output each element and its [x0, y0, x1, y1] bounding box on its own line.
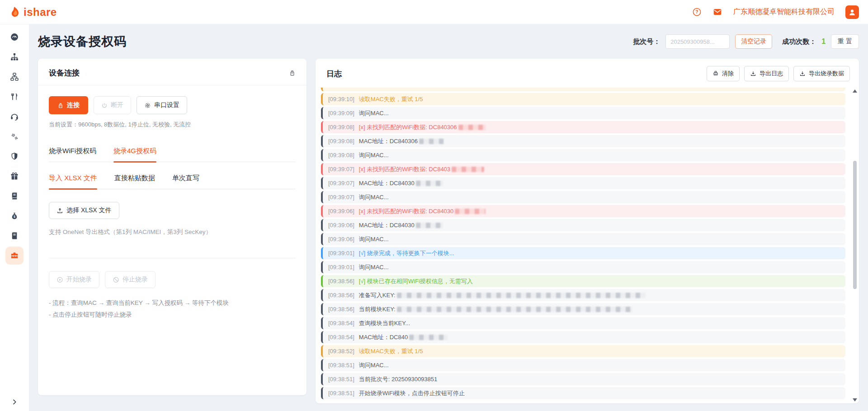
sidebar-item-network[interactable] — [5, 68, 24, 86]
sidebar-item-dashboard[interactable] — [5, 28, 24, 46]
log-entry: [09:38:56][√] 模块已存在相同WiFi授权信息，无需写入 — [321, 275, 845, 287]
device-connection-panel: 设备连接 连接 断开 串口设置 — [38, 59, 307, 395]
log-entry: [09:39:01]询问MAC... — [321, 261, 845, 273]
svg-text:?: ? — [695, 9, 698, 14]
sidebar-item-gifts[interactable] — [5, 167, 24, 185]
app-header: ishare ? 广东顺德凝卓智能科技有限公司 — [0, 0, 868, 24]
sidebar-item-support[interactable] — [5, 107, 24, 126]
flow-note: - 流程：查询MAC → 查询当前KEY → 写入授权码 → 等待下个模块 — [49, 297, 296, 309]
fork-knife-icon — [10, 92, 19, 101]
redacted-blur — [455, 209, 486, 214]
sidebar-item-toolbox[interactable] — [5, 247, 24, 265]
shield-icon — [10, 152, 19, 161]
log-entry: [09:39:07]询问MAC... — [321, 191, 845, 203]
gears-icon — [10, 132, 19, 141]
current-serial-settings: 当前设置：9600bps, 8数据位, 1停止位, 无校验, 无流控 — [49, 121, 296, 129]
serial-settings-button[interactable]: 串口设置 — [137, 96, 187, 114]
burn-mode-tabs: 烧录WiFi授权码 烧录4G授权码 — [49, 147, 296, 162]
redacted-blur — [397, 307, 632, 312]
log-entry: [09:39:10]读取MAC失败，重试 1/5 — [321, 93, 845, 105]
usb-status-icon — [289, 69, 296, 77]
log-entry: [09:39:01][√] 烧录完成，等待更换下一个模块... — [321, 247, 845, 259]
toolbox-icon — [10, 251, 19, 260]
log-entry: [09:38:51]开始烧录WiFi模块，点击停止按钮可停止 — [321, 387, 845, 399]
redacted-blur — [419, 139, 444, 144]
mail-icon[interactable] — [712, 7, 722, 17]
subtab-paste-data[interactable]: 直接粘贴数据 — [114, 174, 155, 189]
connect-button[interactable]: 连接 — [49, 96, 88, 114]
download-icon — [799, 70, 806, 77]
batch-input[interactable] — [665, 34, 730, 49]
sidebar-item-restaurant[interactable] — [5, 88, 24, 106]
disconnect-button[interactable]: 断开 — [94, 96, 131, 114]
sidebar-item-settings[interactable] — [5, 127, 24, 145]
data-source-tabs: 导入 XLSX 文件 直接粘贴数据 单次直写 — [49, 174, 296, 189]
user-avatar[interactable] — [845, 5, 859, 19]
sidebar-item-org[interactable] — [5, 48, 24, 66]
redacted-blur — [409, 335, 448, 340]
log-panel-title: 日志 — [326, 69, 342, 79]
sidebar-item-manual[interactable] — [5, 187, 24, 205]
log-scroll-area[interactable]: [09:39:10]读取MAC失败，重试 1/5[09:39:09]询问MAC.… — [316, 88, 859, 403]
log-entry: [09:39:08]MAC地址：DC840306 — [321, 135, 845, 147]
scroll-down-arrow[interactable] — [853, 398, 857, 402]
file-format-hint: 支持 OneNet 导出格式（第1列 MAC/IMEI，第3列 SecKey） — [49, 228, 296, 236]
log-entry: [09:39:07][x] 未找到匹配的WiFi数据: DC8403 — [321, 163, 845, 175]
usb-plug-icon — [57, 102, 64, 109]
log-entry: [09:38:56]当前模块KEY: — [321, 303, 845, 315]
log-entry: [09:38:52]读取MAC失败，重试 1/5 — [321, 345, 845, 357]
log-entry: [09:38:54]查询模块当前KEY... — [321, 317, 845, 329]
log-scrollbar — [852, 89, 858, 402]
log-entry: [09:39:09]询问MAC... — [321, 107, 845, 119]
chevron-right-icon — [11, 398, 18, 406]
sidebar-item-finance[interactable]: $ — [5, 207, 24, 225]
gift-icon — [10, 172, 19, 181]
scrollbar-thumb[interactable] — [853, 161, 857, 289]
clear-log-button[interactable]: 清除 — [707, 66, 740, 81]
stop-note: - 点击停止按钮可随时停止烧录 — [49, 309, 296, 321]
log-list: [09:39:10]读取MAC失败，重试 1/5[09:39:09]询问MAC.… — [321, 88, 845, 399]
export-burn-data-button[interactable]: 导出烧录数据 — [793, 66, 850, 81]
ban-icon — [113, 276, 119, 283]
svg-text:$: $ — [14, 215, 15, 219]
power-icon — [101, 102, 108, 109]
batch-label: 批次号： — [633, 37, 660, 46]
start-burn-button[interactable]: 开始烧录 — [49, 271, 99, 288]
choose-xlsx-button[interactable]: 选择 XLSX 文件 — [49, 202, 119, 219]
tab-burn-4g[interactable]: 烧录4G授权码 — [113, 147, 156, 162]
headset-icon — [10, 112, 19, 121]
subtab-import-xlsx[interactable]: 导入 XLSX 文件 — [49, 174, 97, 189]
device-panel-title: 设备连接 — [49, 68, 80, 78]
gear-icon — [144, 102, 151, 109]
upload-icon — [57, 207, 63, 214]
company-name[interactable]: 广东顺德凝卓智能科技有限公司 — [733, 7, 835, 17]
log-entry: [09:39:06][x] 未找到匹配的WiFi数据: DC84030 — [321, 205, 845, 217]
export-log-button[interactable]: 导出日志 — [744, 66, 789, 81]
log-panel: 日志 清除 导出日志 导出烧录数据 [ — [316, 59, 859, 403]
log-entry: [09:39:07]MAC地址：DC84030 — [321, 177, 845, 189]
sidebar-item-security[interactable] — [5, 147, 24, 165]
sidebar-expand-button[interactable] — [0, 398, 29, 406]
log-entry-partial — [321, 88, 845, 91]
redacted-blur — [458, 125, 486, 130]
log-entry: [09:38:56]准备写入KEY: — [321, 289, 845, 301]
tab-burn-wifi[interactable]: 烧录WiFi授权码 — [49, 147, 96, 162]
org-chart-icon — [10, 52, 19, 61]
log-entry: [09:38:51]询问MAC... — [321, 359, 845, 371]
help-icon[interactable]: ? — [692, 7, 702, 17]
reset-button[interactable]: 重 置 — [831, 34, 859, 49]
logo[interactable]: ishare — [10, 6, 57, 19]
stop-burn-button[interactable]: 停止烧录 — [105, 271, 156, 288]
redacted-blur — [416, 181, 443, 186]
dashboard-icon — [10, 33, 19, 42]
scroll-up-arrow[interactable] — [853, 89, 857, 93]
sidebar-item-ledger[interactable] — [5, 227, 24, 245]
log-entry: [09:38:51]当前批次号: 20250930093851 — [321, 373, 845, 385]
log-entry: [09:39:06]MAC地址：DC84030 — [321, 219, 845, 231]
subtab-single-write[interactable]: 单次直写 — [172, 174, 199, 189]
clear-records-button[interactable]: 清空记录 — [735, 34, 772, 49]
log-entry: [09:39:06]询问MAC... — [321, 233, 845, 245]
log-entry: [09:39:08]询问MAC... — [321, 149, 845, 161]
book-icon — [10, 191, 19, 201]
money-bag-icon: $ — [10, 211, 19, 220]
